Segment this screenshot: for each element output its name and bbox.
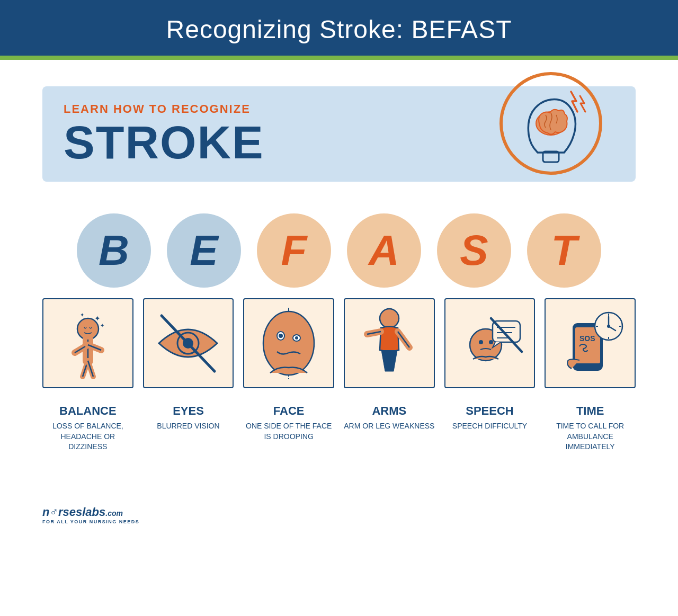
eyes-title: EYES [143, 404, 234, 418]
arms-title: ARMS [344, 404, 435, 418]
svg-text:SOS: SOS [579, 334, 595, 343]
svg-point-15 [295, 336, 298, 340]
accent-bar [0, 56, 678, 60]
letter-s: S [437, 213, 511, 288]
arms-icon-box [344, 298, 435, 388]
header: Recognizing Stroke: BEFAST [0, 0, 678, 56]
logo-text: n♂rseslabs.com [42, 505, 123, 519]
speech-desc: SPEECH DIFFICULTY [444, 421, 536, 432]
letter-f: F [257, 213, 331, 288]
letter-a: A [347, 213, 421, 288]
svg-point-11 [263, 311, 314, 375]
icons-row: ✦ ✦ ✦ [42, 298, 636, 388]
logo-container: n♂rseslabs.com FOR ALL YOUR NURSING NEED… [42, 505, 139, 524]
time-label: TIME TIME TO CALL FOR AMBULANCE IMMEDIAT… [545, 404, 636, 452]
befast-letters-row: B E F A S T [42, 213, 636, 288]
speech-title: SPEECH [444, 404, 536, 418]
arms-desc: ARM OR LEG WEAKNESS [344, 421, 435, 432]
face-desc: ONE SIDE OF THE FACE IS DROOPING [243, 421, 334, 442]
face-label: FACE ONE SIDE OF THE FACE IS DROOPING [243, 404, 334, 452]
labels-row: BALANCE LOSS OF BALANCE, HEADACHE OR DIZ… [42, 404, 636, 452]
brain-icon [498, 70, 604, 176]
svg-text:✦: ✦ [100, 323, 104, 328]
eyes-icon-box [143, 298, 234, 388]
time-icon-box: SOS [545, 298, 636, 388]
face-icon-box [243, 298, 334, 388]
main-content: LEARN HOW TO RECOGNIZE STROKE [0, 60, 678, 500]
footer: n♂rseslabs.com FOR ALL YOUR NURSING NEED… [0, 500, 678, 530]
svg-text:✦: ✦ [80, 312, 84, 318]
logo-tagline: FOR ALL YOUR NURSING NEEDS [42, 519, 139, 524]
speech-icon-box [444, 298, 536, 388]
svg-point-19 [479, 340, 483, 344]
time-title: TIME [545, 404, 636, 418]
balance-icon-box: ✦ ✦ ✦ [42, 298, 133, 388]
arms-label: ARMS ARM OR LEG WEAKNESS [344, 404, 435, 452]
eyes-desc: BLURRED VISION [143, 421, 234, 432]
speech-label: SPEECH SPEECH DIFFICULTY [444, 404, 536, 452]
eyes-label: EYES BLURRED VISION [143, 404, 234, 452]
balance-title: BALANCE [42, 404, 133, 418]
face-title: FACE [243, 404, 334, 418]
balance-label: BALANCE LOSS OF BALANCE, HEADACHE OR DIZ… [42, 404, 133, 452]
letter-b: B [77, 213, 151, 288]
time-desc: TIME TO CALL FOR AMBULANCE IMMEDIATELY [545, 421, 636, 452]
svg-point-13 [279, 334, 283, 338]
svg-point-17 [380, 309, 399, 328]
learn-banner: LEARN HOW TO RECOGNIZE STROKE [42, 86, 636, 182]
svg-point-20 [489, 340, 493, 344]
page-title: Recognizing Stroke: BEFAST [0, 15, 678, 44]
letter-e: E [167, 213, 241, 288]
letter-t: T [527, 213, 601, 288]
balance-desc: LOSS OF BALANCE, HEADACHE OR DIZZINESS [42, 421, 133, 452]
svg-text:✦: ✦ [94, 314, 101, 323]
